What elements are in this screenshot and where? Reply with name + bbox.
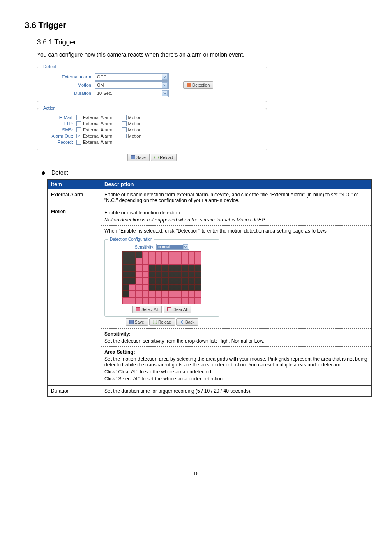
grid-cell[interactable]: [182, 278, 188, 284]
grid-cell[interactable]: [195, 297, 201, 304]
grid-cell[interactable]: [149, 278, 155, 284]
grid-cell[interactable]: [188, 258, 195, 265]
external-alarm-checkbox[interactable]: [76, 121, 81, 126]
grid-cell[interactable]: [182, 251, 188, 258]
grid-cell[interactable]: [195, 251, 201, 258]
grid-cell[interactable]: [122, 265, 129, 271]
grid-cell[interactable]: [142, 284, 149, 291]
grid-cell[interactable]: [162, 297, 168, 304]
grid-cell[interactable]: [182, 265, 188, 271]
grid-cell[interactable]: [129, 265, 136, 271]
grid-cell[interactable]: [122, 297, 129, 304]
grid-cell[interactable]: [182, 258, 188, 265]
grid-cell[interactable]: [182, 271, 188, 278]
grid-cell[interactable]: [182, 297, 188, 304]
grid-cell[interactable]: [195, 291, 201, 297]
grid-cell[interactable]: [142, 291, 149, 297]
grid-cell[interactable]: [168, 271, 175, 278]
external-alarm-checkbox[interactable]: [76, 115, 81, 120]
grid-cell[interactable]: [129, 278, 136, 284]
detection-button[interactable]: Detection: [183, 81, 213, 89]
grid-cell[interactable]: [175, 258, 182, 265]
grid-cell[interactable]: [188, 278, 195, 284]
grid-cell[interactable]: [175, 291, 182, 297]
grid-cell[interactable]: [149, 297, 155, 304]
grid-cell[interactable]: [122, 284, 129, 291]
grid-cell[interactable]: [168, 278, 175, 284]
grid-cell[interactable]: [122, 291, 129, 297]
grid-cell[interactable]: [195, 284, 201, 291]
grid-cell[interactable]: [175, 284, 182, 291]
grid-cell[interactable]: [175, 251, 182, 258]
grid-cell[interactable]: [168, 291, 175, 297]
grid-cell[interactable]: [136, 258, 142, 265]
grid-cell[interactable]: [142, 278, 149, 284]
grid-cell[interactable]: [188, 265, 195, 271]
grid-cell[interactable]: [136, 251, 142, 258]
external-alarm-checkbox[interactable]: [76, 140, 81, 145]
grid-cell[interactable]: [162, 258, 168, 265]
grid-cell[interactable]: [188, 271, 195, 278]
grid-cell[interactable]: [155, 297, 162, 304]
grid-cell[interactable]: [188, 251, 195, 258]
grid-cell[interactable]: [162, 278, 168, 284]
grid-cell[interactable]: [122, 258, 129, 265]
grid-cell[interactable]: [122, 251, 129, 258]
detection-grid[interactable]: [122, 251, 201, 304]
motion-checkbox[interactable]: [122, 134, 127, 138]
motion-checkbox[interactable]: [122, 115, 127, 120]
grid-cell[interactable]: [162, 265, 168, 271]
grid-cell[interactable]: [129, 258, 136, 265]
back-button[interactable]: Back: [176, 318, 198, 326]
reload-button-2[interactable]: Reload: [149, 318, 175, 326]
reload-button[interactable]: Reload: [151, 154, 177, 161]
grid-cell[interactable]: [142, 265, 149, 271]
grid-cell[interactable]: [129, 271, 136, 278]
grid-cell[interactable]: [136, 291, 142, 297]
save-button[interactable]: Save: [127, 154, 150, 161]
grid-cell[interactable]: [129, 251, 136, 258]
motion-select[interactable]: ON: [95, 81, 169, 89]
grid-cell[interactable]: [195, 265, 201, 271]
grid-cell[interactable]: [168, 258, 175, 265]
grid-cell[interactable]: [136, 297, 142, 304]
grid-cell[interactable]: [182, 291, 188, 297]
grid-cell[interactable]: [142, 251, 149, 258]
grid-cell[interactable]: [188, 291, 195, 297]
grid-cell[interactable]: [122, 271, 129, 278]
grid-cell[interactable]: [182, 284, 188, 291]
grid-cell[interactable]: [168, 297, 175, 304]
grid-cell[interactable]: [162, 291, 168, 297]
grid-cell[interactable]: [149, 291, 155, 297]
grid-cell[interactable]: [175, 278, 182, 284]
grid-cell[interactable]: [136, 284, 142, 291]
grid-cell[interactable]: [149, 251, 155, 258]
grid-cell[interactable]: [175, 297, 182, 304]
grid-cell[interactable]: [155, 251, 162, 258]
grid-cell[interactable]: [136, 271, 142, 278]
grid-cell[interactable]: [162, 251, 168, 258]
grid-cell[interactable]: [155, 291, 162, 297]
motion-checkbox[interactable]: [122, 121, 127, 126]
duration-select[interactable]: 10 Sec.: [95, 90, 169, 97]
grid-cell[interactable]: [149, 271, 155, 278]
grid-cell[interactable]: [149, 258, 155, 265]
external-alarm-select[interactable]: OFF: [95, 73, 169, 81]
select-all-button[interactable]: Select All: [132, 306, 162, 313]
save-button-2[interactable]: Save: [126, 318, 148, 326]
grid-cell[interactable]: [129, 284, 136, 291]
grid-cell[interactable]: [195, 271, 201, 278]
grid-cell[interactable]: [188, 284, 195, 291]
grid-cell[interactable]: [162, 284, 168, 291]
external-alarm-checkbox[interactable]: [76, 134, 81, 138]
grid-cell[interactable]: [155, 284, 162, 291]
grid-cell[interactable]: [155, 278, 162, 284]
sensitivity-select[interactable]: Normal: [156, 244, 189, 250]
grid-cell[interactable]: [162, 271, 168, 278]
grid-cell[interactable]: [149, 284, 155, 291]
grid-cell[interactable]: [168, 251, 175, 258]
grid-cell[interactable]: [175, 265, 182, 271]
grid-cell[interactable]: [168, 265, 175, 271]
clear-all-button[interactable]: Clear All: [164, 306, 191, 313]
grid-cell[interactable]: [188, 297, 195, 304]
